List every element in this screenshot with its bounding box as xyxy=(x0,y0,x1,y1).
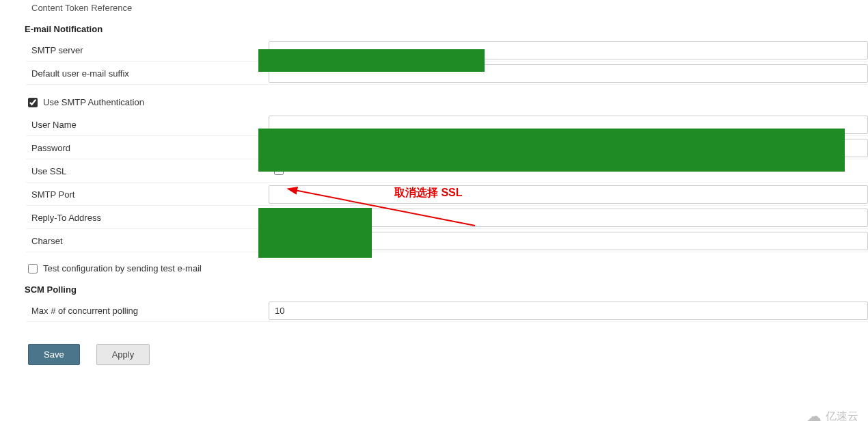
user-name-label: User Name xyxy=(26,120,269,130)
redaction-overlay xyxy=(258,49,485,72)
charset-label: Charset xyxy=(26,236,269,246)
row-charset: Charset xyxy=(26,229,868,252)
row-max-concurrent: Max # of concurrent polling xyxy=(26,299,868,322)
use-smtp-auth-label: Use SMTP Authentication xyxy=(43,97,144,107)
redaction-overlay xyxy=(258,208,372,258)
row-test-config: Test configuration by sending test e-mai… xyxy=(26,258,868,279)
test-config-checkbox[interactable] xyxy=(28,264,38,273)
smtp-server-label: SMTP server xyxy=(26,45,269,55)
use-ssl-label: Use SSL xyxy=(26,166,269,176)
test-config-label: Test configuration by sending test e-mai… xyxy=(43,263,202,273)
section-header-email: E-mail Notification xyxy=(25,18,868,38)
annotation-text: 取消选择 SSL xyxy=(394,186,463,200)
save-button[interactable]: Save xyxy=(28,344,80,365)
max-concurrent-input[interactable] xyxy=(269,302,868,320)
redaction-overlay xyxy=(258,129,845,172)
previous-item-label: Content Token Reference xyxy=(26,0,868,18)
password-label: Password xyxy=(26,143,269,153)
watermark: ☁ 亿速云 xyxy=(806,409,858,424)
max-concurrent-label: Max # of concurrent polling xyxy=(26,306,269,316)
use-smtp-auth-checkbox[interactable] xyxy=(28,98,38,107)
cloud-icon: ☁ xyxy=(806,409,822,424)
watermark-text: 亿速云 xyxy=(826,410,858,424)
default-suffix-label: Default user e-mail suffix xyxy=(26,68,269,79)
smtp-port-label: SMTP Port xyxy=(26,189,269,200)
button-bar: Save Apply xyxy=(26,322,868,365)
row-use-smtp-auth: Use SMTP Authentication xyxy=(26,92,868,113)
reply-to-label: Reply-To Address xyxy=(26,213,269,223)
row-reply-to: Reply-To Address xyxy=(26,206,868,229)
smtp-port-input[interactable] xyxy=(269,185,868,204)
apply-button[interactable]: Apply xyxy=(96,344,150,365)
section-header-scm: SCM Polling xyxy=(25,279,868,299)
